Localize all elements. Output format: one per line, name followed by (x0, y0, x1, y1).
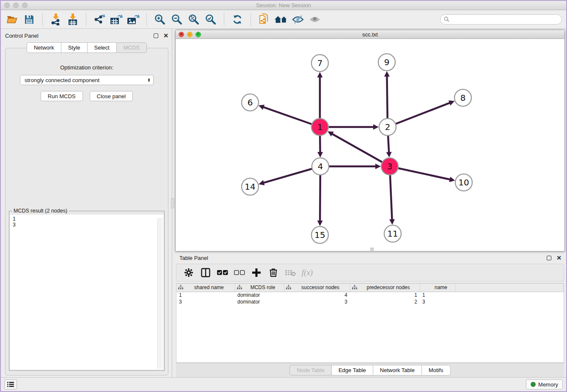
graph-edge-arrowhead (317, 72, 323, 77)
close-panel-button[interactable]: Close panel (90, 91, 133, 101)
import-table-icon[interactable] (66, 12, 80, 27)
graph-node-6[interactable]: 6 (242, 94, 259, 111)
table-cell[interactable]: 1 (350, 292, 420, 298)
network-view-window: ✕ − + scc.txt 7968124314101511 (175, 30, 565, 251)
select-all-checkboxes-icon[interactable] (216, 266, 229, 279)
gear-icon[interactable] (182, 266, 195, 279)
delete-table-icon[interactable] (284, 266, 297, 279)
graph-node-11[interactable]: 11 (384, 225, 401, 242)
table-cell[interactable]: 3 (284, 298, 350, 305)
new-network-from-selection-icon[interactable] (257, 12, 271, 27)
table-cell[interactable]: 1 (420, 292, 455, 298)
minimize-window-button[interactable] (13, 3, 19, 8)
close-panel-icon[interactable]: ✕ (163, 33, 168, 38)
float-panel-icon[interactable] (154, 33, 158, 38)
graph-edge[interactable] (388, 103, 450, 127)
add-column-icon[interactable] (250, 266, 263, 279)
splitter-grip[interactable] (171, 198, 174, 208)
control-panel-tabs: NetworkStyleSelectMCDS (5, 42, 168, 53)
search-field[interactable] (440, 14, 562, 25)
column-header-MCDS-role[interactable]: MCDS role (235, 284, 284, 292)
graph-edge-arrowhead (259, 180, 264, 185)
table-cell[interactable]: 1 (176, 292, 235, 298)
function-builder-icon[interactable]: f(x) (301, 266, 314, 279)
graph-edge[interactable] (332, 134, 390, 166)
table-close-panel-icon[interactable]: ✕ (556, 256, 561, 260)
graph-node-9[interactable]: 9 (378, 54, 395, 71)
optimization-criterion-select[interactable]: strongly connected component ▲▼ (20, 75, 154, 85)
network-minimize-button[interactable]: − (187, 32, 193, 37)
memory-button[interactable]: Memory (526, 379, 563, 389)
zoom-selected-icon[interactable] (204, 12, 218, 27)
export-table-icon[interactable] (109, 12, 124, 27)
zoom-out-icon[interactable] (170, 12, 184, 27)
close-window-button[interactable] (4, 3, 10, 8)
network-maximize-button[interactable]: + (195, 32, 201, 37)
memory-label: Memory (538, 381, 558, 388)
tab-edge-table[interactable]: Edge Table (331, 365, 373, 375)
open-file-icon[interactable] (5, 12, 19, 27)
delete-column-icon[interactable] (267, 266, 280, 279)
table-cell[interactable]: 2 (350, 298, 420, 305)
column-header-successor-nodes[interactable]: successor nodes (284, 284, 350, 292)
hide-selected-icon[interactable] (291, 12, 305, 27)
tab-node-table[interactable]: Node Table (289, 365, 332, 375)
table-float-panel-icon[interactable] (547, 256, 551, 260)
show-eye-icon[interactable] (308, 12, 322, 27)
export-image-icon[interactable] (126, 12, 140, 27)
table-tabs: Node TableEdge TableNetwork TableMotifs (176, 363, 564, 377)
deselect-all-checkboxes-icon[interactable] (233, 266, 246, 279)
network-window-titlebar[interactable]: ✕ − + scc.txt (176, 30, 564, 39)
column-header-predecessor-nodes[interactable]: predecessor nodes (350, 284, 420, 292)
toolbar-separator (250, 13, 251, 26)
table-cell[interactable]: 4 (284, 292, 350, 298)
graph-node-4[interactable]: 4 (312, 158, 329, 175)
table-cell[interactable]: 3 (176, 298, 235, 305)
table-cell[interactable]: dominator (235, 292, 284, 298)
ndex-houses-icon[interactable] (274, 12, 288, 27)
column-header-shared-name[interactable]: shared name (176, 284, 235, 292)
network-close-button[interactable]: ✕ (179, 32, 184, 37)
export-network-icon[interactable] (92, 12, 107, 27)
graph-edge-arrowhead (386, 152, 392, 157)
graph-node-15[interactable]: 15 (311, 226, 328, 243)
graph-node-2[interactable]: 2 (379, 119, 396, 135)
mcds-result-text[interactable]: 1 3 (10, 215, 163, 370)
split-panel-icon[interactable] (199, 266, 212, 279)
save-session-icon[interactable] (22, 12, 36, 27)
canvas-splitter-grip[interactable] (370, 248, 374, 251)
maximize-window-button[interactable] (22, 3, 28, 8)
graph-node-14[interactable]: 14 (242, 178, 259, 195)
graph-node-3[interactable]: 3 (381, 158, 398, 175)
run-mcds-button[interactable]: Run MCDS (41, 91, 83, 101)
tab-network-table[interactable]: Network Table (373, 365, 422, 375)
tab-mcds[interactable]: MCDS (116, 42, 147, 53)
table-row[interactable]: 3dominator323 (176, 298, 564, 305)
table-row[interactable]: 1dominator411 (176, 292, 564, 298)
zoom-fit-icon[interactable] (187, 12, 201, 27)
result-scrollbar[interactable] (157, 218, 162, 369)
tab-style[interactable]: Style (61, 42, 88, 53)
import-network-icon[interactable] (49, 12, 63, 27)
graph-node-10[interactable]: 10 (455, 174, 472, 191)
svg-text:7: 7 (317, 58, 323, 68)
graph-node-8[interactable]: 8 (454, 89, 471, 106)
column-header-name[interactable]: name (420, 284, 455, 292)
graph-edge[interactable] (390, 166, 450, 179)
mcds-result-title: MCDS result (2 nodes) (12, 208, 69, 214)
status-bar: Memory (1, 377, 566, 391)
graph-node-7[interactable]: 7 (311, 55, 328, 72)
vertical-splitter[interactable] (172, 29, 174, 377)
tab-network[interactable]: Network (27, 42, 61, 53)
tab-motifs[interactable]: Motifs (421, 365, 451, 375)
table-cell[interactable]: dominator (235, 298, 284, 305)
zoom-in-icon[interactable] (153, 12, 167, 27)
network-canvas[interactable]: 7968124314101511 (176, 39, 564, 251)
graph-edge[interactable] (263, 107, 320, 127)
search-input[interactable] (451, 17, 558, 22)
tab-select[interactable]: Select (87, 42, 117, 53)
refresh-icon[interactable] (230, 12, 245, 27)
task-history-icon[interactable] (4, 379, 17, 389)
table-cell[interactable]: 3 (420, 298, 455, 305)
graph-node-1[interactable]: 1 (311, 119, 328, 135)
